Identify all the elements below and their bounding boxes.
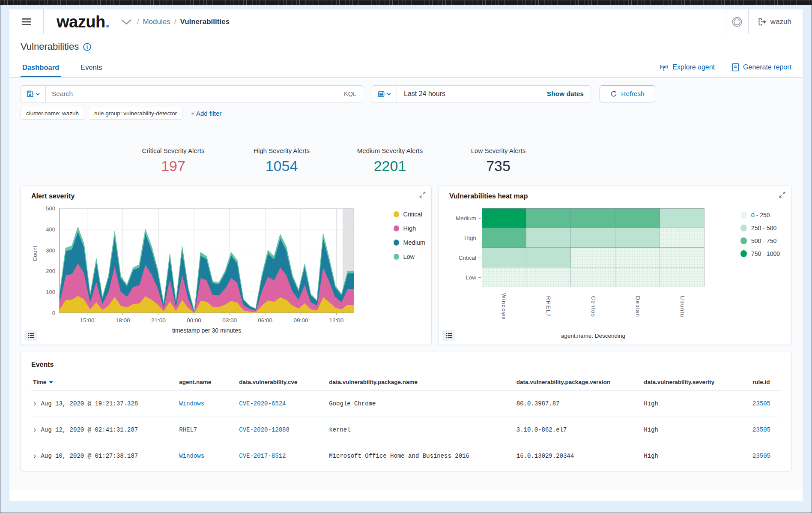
heatmap-cell[interactable] bbox=[615, 208, 660, 228]
heatmap-cell[interactable] bbox=[571, 248, 615, 267]
saved-query-menu[interactable] bbox=[21, 86, 46, 102]
rule-id-link[interactable]: 23505 bbox=[752, 453, 770, 459]
list-icon bbox=[445, 333, 452, 339]
cell-package-version: 16.0.13029.20344 bbox=[515, 443, 642, 469]
column-header-data-vulnerability-cve[interactable]: data.vulnerability.cve bbox=[237, 375, 327, 391]
heatmap-column-label: Ubuntu bbox=[679, 296, 685, 318]
rule-id-link[interactable]: 23505 bbox=[752, 400, 770, 407]
legend-item-low[interactable]: Low bbox=[394, 253, 425, 260]
svg-text:timestamp per 30 minutes: timestamp per 30 minutes bbox=[172, 327, 241, 333]
column-header-time[interactable]: Time bbox=[31, 375, 177, 391]
wazuh-logo[interactable]: wazuh. bbox=[57, 14, 110, 30]
breadcrumb: / Modules / Vulnerabilities bbox=[137, 18, 230, 26]
heatmap-cell[interactable] bbox=[571, 228, 615, 248]
tabs-bar: Dashboard Events Explore agent bbox=[9, 61, 803, 78]
filters-bar: + Add filter cluster.name: wazuhrule.gro… bbox=[21, 107, 791, 120]
cve-link[interactable]: CVE-2020-12888 bbox=[239, 426, 290, 433]
heatmap-cell[interactable] bbox=[526, 267, 571, 287]
stats-row: Critical Severity Alerts197High Severity… bbox=[119, 147, 552, 174]
add-filter-button[interactable]: + Add filter bbox=[191, 110, 221, 117]
legend-item-medium[interactable]: Medium bbox=[394, 239, 425, 246]
explore-agent-button[interactable]: Explore agent bbox=[659, 63, 715, 72]
heatmap-cell[interactable] bbox=[482, 248, 526, 267]
expand-row-icon[interactable]: › bbox=[33, 425, 36, 435]
column-header-data-vulnerability-package-name[interactable]: data.vulnerability.package.name bbox=[327, 375, 515, 391]
search-input[interactable] bbox=[46, 90, 337, 98]
agent-link[interactable]: Windows bbox=[179, 453, 204, 459]
legend-item-high[interactable]: High bbox=[394, 225, 425, 232]
time-range-value[interactable]: Last 24 hours bbox=[397, 90, 540, 98]
filter-pill-0[interactable]: cluster.name: wazuh bbox=[21, 107, 84, 120]
date-quick-menu[interactable] bbox=[372, 86, 397, 102]
info-icon[interactable] bbox=[83, 43, 91, 51]
alert-severity-chart[interactable]: 010020030040050015:0018:0021:0000:0003:0… bbox=[39, 202, 364, 335]
heatmap-column-label: Windows bbox=[501, 293, 508, 320]
heatmap-column-label: RHEL7 bbox=[545, 296, 552, 317]
column-header-agent-name[interactable]: agent.name bbox=[177, 375, 237, 391]
heatmap-cell[interactable] bbox=[615, 267, 660, 287]
stat-critical: Critical Severity Alerts197 bbox=[119, 147, 227, 174]
breadcrumb-modules[interactable]: Modules bbox=[143, 18, 170, 26]
heatmap-cell[interactable] bbox=[526, 248, 571, 267]
heatmap-cell[interactable] bbox=[615, 248, 660, 267]
expand-row-icon[interactable]: › bbox=[33, 451, 36, 461]
chevron-down-icon[interactable] bbox=[121, 19, 132, 25]
broadcast-icon bbox=[659, 64, 669, 71]
column-header-data-vulnerability-severity[interactable]: data.vulnerability.severity bbox=[642, 375, 751, 391]
expand-panel-button[interactable] bbox=[779, 192, 785, 198]
legend-label: 250 - 500 bbox=[751, 225, 776, 231]
heatmap-cell[interactable] bbox=[482, 228, 526, 248]
legend-label: 750 - 1000 bbox=[751, 250, 780, 257]
cell-rule-id: 23505 bbox=[751, 417, 781, 443]
tab-dashboard[interactable]: Dashboard bbox=[21, 61, 61, 77]
heatmap-cell[interactable] bbox=[482, 208, 526, 228]
heatmap-legend-item[interactable]: 500 - 750 bbox=[740, 237, 780, 244]
search-box: KQL bbox=[21, 85, 363, 102]
date-picker: Last 24 hours Show dates bbox=[372, 85, 591, 102]
agent-link[interactable]: Windows bbox=[179, 400, 204, 407]
svg-text:21:00: 21:00 bbox=[151, 317, 166, 324]
stat-value: 197 bbox=[119, 158, 227, 174]
ring-icon bbox=[731, 16, 743, 27]
legend-toggle-button[interactable] bbox=[442, 330, 455, 341]
dashboard-body: KQL Last 24 hours bbox=[9, 78, 803, 490]
legend-label: 500 - 750 bbox=[751, 237, 776, 244]
cell-package-version: 3.10.0-862.el7 bbox=[515, 417, 642, 443]
tab-events[interactable]: Events bbox=[79, 61, 104, 77]
filter-pill-1[interactable]: rule.group: vulnerability-detector bbox=[89, 107, 182, 120]
query-language-selector[interactable]: KQL bbox=[337, 90, 363, 97]
heatmap-cell[interactable] bbox=[571, 208, 615, 228]
heatmap-cell[interactable] bbox=[571, 267, 615, 287]
heatmap-legend-item[interactable]: 250 - 500 bbox=[740, 225, 780, 231]
heatmap-legend-item[interactable]: 750 - 1000 bbox=[740, 250, 780, 257]
heatmap-cell[interactable] bbox=[660, 248, 705, 267]
generate-report-button[interactable]: Generate report bbox=[732, 63, 791, 72]
legend-label: Low bbox=[403, 253, 415, 260]
cve-link[interactable]: CVE-2017-8512 bbox=[239, 453, 286, 459]
column-header-data-vulnerability-package-version[interactable]: data.vulnerability.package.version bbox=[515, 375, 642, 391]
heatmap-cell[interactable] bbox=[660, 228, 705, 248]
heatmap-cell[interactable] bbox=[526, 208, 571, 228]
heatmap-cell[interactable] bbox=[660, 267, 705, 287]
health-ring-button[interactable] bbox=[726, 9, 748, 34]
svg-text:18:00: 18:00 bbox=[116, 317, 130, 324]
column-header-rule-id[interactable]: rule.id bbox=[751, 375, 781, 391]
heatmap-cell[interactable] bbox=[526, 228, 571, 248]
menu-button[interactable] bbox=[9, 9, 44, 34]
agent-link[interactable]: RHEL7 bbox=[179, 426, 197, 433]
legend-toggle-button[interactable] bbox=[24, 330, 37, 341]
logout-icon bbox=[758, 18, 767, 26]
heatmap-legend-item[interactable]: 0 - 250 bbox=[740, 212, 780, 219]
legend-item-critical[interactable]: Critical bbox=[394, 211, 425, 218]
logout-button[interactable]: wazuh bbox=[748, 9, 803, 34]
expand-row-icon[interactable]: › bbox=[33, 399, 36, 408]
cve-link[interactable]: CVE-2020-6524 bbox=[239, 400, 286, 407]
rule-id-link[interactable]: 23505 bbox=[752, 426, 770, 433]
generate-report-label: Generate report bbox=[743, 63, 791, 71]
heatmap-cell[interactable] bbox=[482, 267, 526, 287]
refresh-button[interactable]: Refresh bbox=[600, 85, 655, 102]
heatmap-cell[interactable] bbox=[615, 228, 660, 248]
expand-panel-button[interactable] bbox=[419, 192, 426, 198]
show-dates-button[interactable]: Show dates bbox=[540, 90, 591, 98]
heatmap-cell[interactable] bbox=[660, 208, 705, 228]
